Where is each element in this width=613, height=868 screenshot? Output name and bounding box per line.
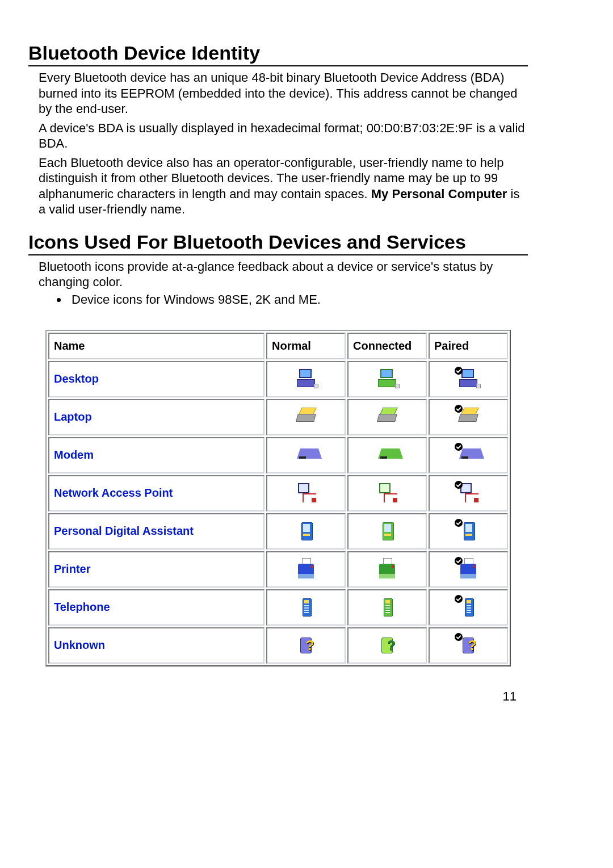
identity-para3: Each Bluetooth device also has an operat… — [39, 155, 528, 217]
table-row: Modem — [48, 437, 508, 473]
paired-check-icon — [455, 633, 463, 641]
icon-cell-normal — [266, 551, 346, 588]
laptop-icon — [457, 406, 480, 429]
table-row: Unknown??? — [48, 627, 508, 664]
table-row: Personal Digital Assistant — [48, 513, 508, 550]
icon-cell-connected — [347, 399, 427, 435]
desktop-icon — [457, 368, 480, 391]
device-name-cell: Desktop — [48, 361, 264, 397]
icon-cell-connected — [347, 589, 427, 626]
table-row: Network Access Point — [48, 475, 508, 511]
page-number: 11 — [28, 689, 528, 704]
icon-cell-connected: ? — [347, 627, 427, 664]
desktop-icon — [376, 368, 398, 391]
icon-cell-paired — [429, 475, 508, 511]
icon-cell-paired: ? — [429, 627, 508, 664]
table-row: Laptop — [48, 399, 508, 435]
section-heading-icons: Icons Used For Bluetooth Devices and Ser… — [28, 231, 528, 255]
paired-check-icon — [455, 557, 463, 565]
paired-check-icon — [455, 481, 463, 489]
icon-cell-normal — [266, 475, 346, 511]
icon-cell-connected — [347, 437, 427, 473]
pda-icon — [376, 520, 398, 543]
nap-icon — [457, 482, 480, 505]
icon-cell-normal — [266, 399, 346, 435]
paired-check-icon — [455, 367, 463, 375]
identity-para3-bold: My Personal Computer — [371, 187, 507, 201]
paired-check-icon — [455, 443, 463, 451]
printer-icon — [376, 558, 398, 581]
thead-paired: Paired — [429, 333, 508, 359]
nap-icon — [376, 482, 398, 505]
thead-connected: Connected — [347, 333, 427, 359]
icon-cell-normal: ? — [266, 627, 346, 664]
identity-para2: A device's BDA is usually displayed in h… — [39, 120, 528, 152]
unk-icon: ? — [295, 634, 317, 657]
section-heading-identity: Bluetooth Device Identity — [28, 42, 528, 66]
device-name-cell: Printer — [48, 551, 264, 588]
icon-cell-normal — [266, 513, 346, 550]
nap-icon — [295, 482, 317, 505]
pda-icon — [457, 520, 480, 543]
icon-cell-normal — [266, 437, 346, 473]
identity-para1: Every Bluetooth device has an unique 48-… — [39, 70, 528, 117]
device-name-cell: Laptop — [48, 399, 264, 435]
modem-icon — [457, 444, 480, 467]
paired-check-icon — [455, 519, 463, 527]
device-icon-table: Name Normal Connected Paired DesktopLapt… — [45, 330, 511, 666]
printer-icon — [457, 558, 480, 581]
thead-name: Name — [48, 333, 264, 359]
icons-bullet-1: Device icons for Windows 98SE, 2K and ME… — [68, 292, 528, 307]
modem-icon — [376, 444, 398, 467]
icon-cell-connected — [347, 513, 427, 550]
device-name-cell: Unknown — [48, 627, 264, 664]
icon-cell-paired — [429, 589, 508, 626]
icon-cell-paired — [429, 361, 508, 397]
icon-cell-normal — [266, 361, 346, 397]
tel-icon — [376, 596, 398, 619]
table-row: Telephone — [48, 589, 508, 626]
device-name-cell: Network Access Point — [48, 475, 264, 511]
desktop-icon — [295, 368, 317, 391]
unk-icon: ? — [376, 634, 398, 657]
icon-cell-connected — [347, 551, 427, 588]
laptop-icon — [295, 406, 317, 429]
thead-normal: Normal — [266, 333, 346, 359]
icon-cell-paired — [429, 551, 508, 588]
icon-cell-connected — [347, 475, 427, 511]
printer-icon — [295, 558, 317, 581]
icon-cell-paired — [429, 399, 508, 435]
modem-icon — [295, 444, 317, 467]
paired-check-icon — [455, 405, 463, 413]
laptop-icon — [376, 406, 398, 429]
icon-cell-paired — [429, 437, 508, 473]
pda-icon — [295, 520, 317, 543]
icon-cell-paired — [429, 513, 508, 550]
tel-icon — [295, 596, 317, 619]
icon-cell-connected — [347, 361, 427, 397]
device-name-cell: Modem — [48, 437, 264, 473]
unk-icon: ? — [457, 634, 480, 657]
device-name-cell: Telephone — [48, 589, 264, 626]
tel-icon — [457, 596, 480, 619]
paired-check-icon — [455, 595, 463, 603]
icons-intro: Bluetooth icons provide at-a-glance feed… — [39, 259, 528, 290]
table-row: Desktop — [48, 361, 508, 397]
table-row: Printer — [48, 551, 508, 588]
icon-cell-normal — [266, 589, 346, 626]
device-name-cell: Personal Digital Assistant — [48, 513, 264, 550]
